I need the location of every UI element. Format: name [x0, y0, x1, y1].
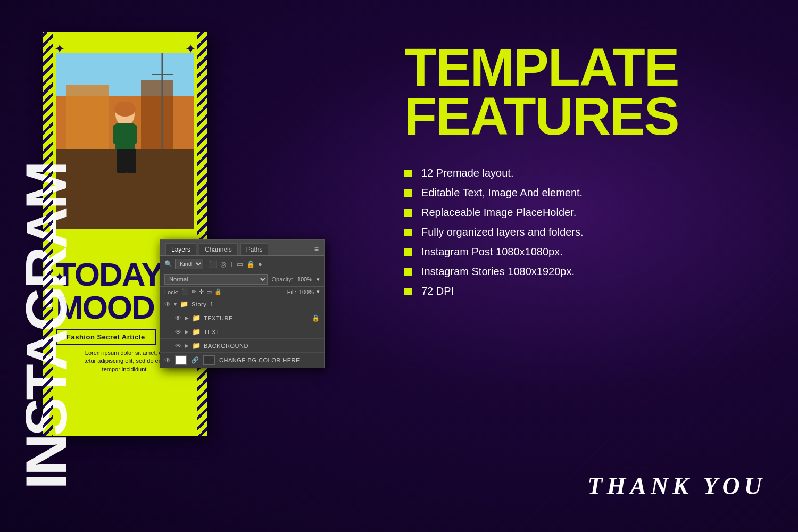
- svg-rect-10: [127, 149, 136, 173]
- opacity-value: 100%: [297, 276, 312, 282]
- lock-all-icon[interactable]: 🔒: [214, 288, 222, 295]
- eye-icon-color[interactable]: 👁: [164, 356, 171, 364]
- features-list: 12 Premade layout. Editable Text, Image …: [404, 167, 766, 297]
- layer-name-color: CHANGE BG COLOR HERE: [219, 357, 300, 363]
- feature-item-3: Replaceable Image PlaceHolder.: [404, 206, 766, 219]
- layer-row-background[interactable]: 👁 ▶ 📁 BACKGROUND: [160, 339, 324, 353]
- layer-row-texture[interactable]: 👁 ▶ 📁 TEXTURE 🔒: [160, 311, 324, 325]
- swatch-white: [175, 355, 187, 365]
- feature-text-6: Instagram Stories 1080x1920px.: [421, 265, 575, 278]
- eye-icon-story[interactable]: 👁: [164, 301, 171, 308]
- chevron-text[interactable]: ▶: [185, 329, 189, 335]
- lock-icons: ⬛ ✏ ✛ ▭ 🔒: [181, 288, 222, 295]
- lock-artboard-icon[interactable]: ▭: [206, 288, 212, 295]
- tab-channels[interactable]: Channels: [199, 243, 238, 255]
- svg-rect-3: [141, 80, 173, 149]
- layer-row-story[interactable]: 👁 ▾ 📁 Story_1: [160, 297, 324, 311]
- adjustment-filter-icon[interactable]: ◎: [220, 260, 226, 268]
- feature-item-6: Instagram Stories 1080x1920px.: [404, 265, 766, 278]
- layers-panel: Layers Channels Paths ≡ 🔍 Kind ⬛ ◎ T ▭ 🔒…: [160, 239, 325, 368]
- bullet-4: [404, 229, 412, 236]
- bullet-5: [404, 248, 412, 256]
- lock-draw-icon[interactable]: ✏: [192, 288, 196, 295]
- svg-point-11: [114, 102, 136, 117]
- feature-item-5: Instagram Post 1080x1080px.: [404, 246, 766, 258]
- layer-row-color[interactable]: 👁 🔗 CHANGE BG COLOR HERE: [160, 353, 324, 368]
- blend-mode-select[interactable]: Normal: [164, 274, 268, 285]
- dot-filter-icon[interactable]: ●: [258, 260, 262, 268]
- chevron-texture[interactable]: ▶: [185, 315, 189, 321]
- layers-search-row: 🔍 Kind ⬛ ◎ T ▭ 🔒 ●: [160, 256, 324, 272]
- layer-row-text[interactable]: 👁 ▶ 📁 TEXT: [160, 325, 324, 339]
- right-panel: TEMPLATE FEATURES 12 Premade layout. Edi…: [404, 43, 766, 297]
- layers-menu-icon[interactable]: ≡: [314, 245, 319, 255]
- fill-label: Fill:: [287, 289, 296, 295]
- lock-label: Lock:: [164, 289, 178, 295]
- chain-icon: 🔗: [191, 356, 199, 364]
- feature-item-7: 72 DPI: [404, 285, 766, 297]
- feature-text-7: 72 DPI: [421, 285, 454, 297]
- layer-name-background: BACKGROUND: [204, 343, 248, 349]
- eye-icon-bg[interactable]: 👁: [175, 342, 181, 350]
- left-panel: ✦ ✦ ✦ TODAY MOOD Fashion Secret Article …: [43, 32, 340, 500]
- bullet-1: [404, 170, 412, 177]
- layers-tabs: Layers Channels Paths ≡: [160, 240, 324, 256]
- sparkle-bottomleft: ✦: [54, 270, 65, 285]
- tab-paths[interactable]: Paths: [240, 243, 269, 255]
- title-line1: TEMPLATE: [404, 43, 766, 92]
- opacity-chevron: ▾: [317, 276, 320, 283]
- chevron-story[interactable]: ▾: [174, 301, 177, 307]
- svg-rect-7: [113, 125, 122, 144]
- fill-value: 100%: [299, 289, 314, 295]
- template-title: TEMPLATE FEATURES: [404, 43, 766, 140]
- bullet-3: [404, 209, 412, 217]
- feature-text-4: Fully organized layers and folders.: [421, 226, 584, 238]
- folder-icon-bg: 📁: [192, 342, 201, 350]
- swatch-black: [203, 355, 215, 365]
- feature-text-5: Instagram Post 1080x1080px.: [421, 246, 563, 258]
- layers-mode-row: Normal Opacity: 100% ▾: [160, 272, 324, 287]
- kind-select[interactable]: Kind: [175, 259, 203, 269]
- sparkle-topright: ✦: [185, 41, 196, 56]
- layers-lock-row: Lock: ⬛ ✏ ✛ ▭ 🔒 Fill: 100% ▾: [160, 287, 324, 297]
- smart-filter-icon[interactable]: 🔒: [246, 260, 255, 268]
- eye-icon-texture[interactable]: 👁: [175, 314, 181, 322]
- filter-icons: ⬛ ◎ T ▭ 🔒 ●: [209, 260, 262, 268]
- layer-name-story: Story_1: [192, 301, 213, 307]
- svg-rect-9: [117, 149, 127, 173]
- bullet-7: [404, 288, 412, 295]
- bullet-6: [404, 268, 412, 276]
- feature-item-2: Editable Text, Image And element.: [404, 187, 766, 199]
- title-line2: FEATURES: [404, 92, 766, 140]
- sparkle-topleft: ✦: [54, 41, 65, 56]
- folder-icon-text: 📁: [192, 328, 201, 336]
- search-icon: 🔍: [164, 260, 172, 268]
- layer-name-texture: TEXTURE: [204, 315, 233, 321]
- type-filter-icon[interactable]: T: [229, 260, 234, 268]
- feature-item-1: 12 Premade layout.: [404, 167, 766, 179]
- thank-you-text: THANK YOU: [587, 472, 766, 500]
- bullet-2: [404, 189, 412, 197]
- pixel-filter-icon[interactable]: ⬛: [209, 260, 217, 268]
- opacity-label: Opacity:: [272, 276, 293, 282]
- fill-section: Fill: 100% ▾: [287, 288, 320, 295]
- shape-filter-icon[interactable]: ▭: [237, 260, 243, 268]
- chevron-bg[interactable]: ▶: [185, 343, 189, 348]
- lock-move-icon[interactable]: ✛: [199, 288, 204, 295]
- feature-text-3: Replaceable Image PlaceHolder.: [421, 206, 576, 219]
- eye-icon-text[interactable]: 👁: [175, 328, 181, 336]
- folder-icon-texture: 📁: [192, 314, 201, 322]
- lock-pixels-icon[interactable]: ⬛: [181, 288, 189, 295]
- svg-rect-2: [66, 85, 109, 149]
- svg-rect-8: [128, 125, 137, 144]
- layer-name-text: TEXT: [204, 329, 220, 335]
- tab-layers[interactable]: Layers: [165, 243, 196, 255]
- folder-icon-story: 📁: [180, 300, 188, 308]
- feature-item-4: Fully organized layers and folders.: [404, 226, 766, 238]
- feature-text-2: Editable Text, Image And element.: [421, 187, 583, 199]
- lock-icon-texture: 🔒: [312, 314, 320, 322]
- feature-text-1: 12 Premade layout.: [421, 167, 513, 179]
- fill-chevron: ▾: [317, 288, 320, 295]
